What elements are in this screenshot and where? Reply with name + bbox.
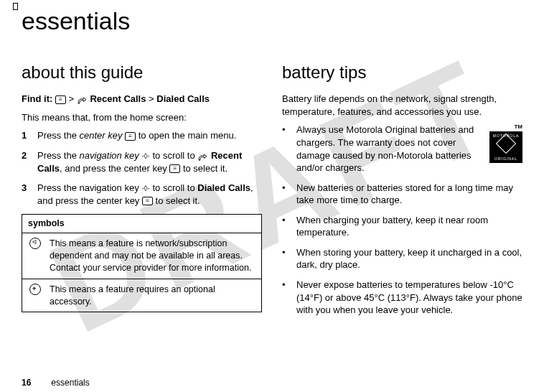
symbol-row-accessory: This means a feature requires an optiona… <box>22 279 261 312</box>
recent-calls-icon <box>197 152 208 160</box>
columns: about this guide Find it: ≡ > Recent Cal… <box>22 61 522 324</box>
nav-key-icon: ·◊· <box>141 183 150 194</box>
bullet-text: When storing your battery, keep it uncha… <box>296 246 522 271</box>
page-footer: 16essentials <box>22 378 90 388</box>
dialed-calls-bold: Dialed Calls <box>197 182 250 193</box>
step-number: 1 <box>22 129 29 142</box>
bullet-item: When charging your battery, keep it near… <box>282 214 522 239</box>
bullet-text: New batteries or batteries stored for a … <box>296 182 522 207</box>
page-number: 16 <box>22 378 31 388</box>
t: , and press the center key <box>60 163 169 174</box>
t: to select it. <box>180 163 228 174</box>
badge-bottom: ORIGINAL <box>490 157 522 162</box>
battery-intro: Battery life depends on the network, sig… <box>282 93 522 118</box>
bullet-text: Always use Motorola Original batteries a… <box>296 124 474 173</box>
t: to open the main menu. <box>136 130 236 141</box>
intro-text: This means that, from the home screen: <box>22 111 262 124</box>
find-it-dialed-calls: Dialed Calls <box>156 93 210 104</box>
section-battery-tips: battery tips <box>282 61 522 84</box>
t: to scroll to <box>150 150 197 161</box>
center-key-icon: ≡ <box>125 132 136 141</box>
symbol-desc: This means a feature is network/subscrip… <box>50 238 255 274</box>
symbol-desc: This means a feature requires an optiona… <box>50 284 255 308</box>
badge-top: MOTOROLA <box>490 134 522 139</box>
optional-accessory-icon <box>28 284 42 308</box>
center-key-icon: ≡ <box>55 95 66 104</box>
page-title: essentials <box>22 7 522 35</box>
motorola-original-badge: TM MOTOROLA ORIGINAL <box>489 123 522 163</box>
footer-section: essentials <box>51 378 89 388</box>
symbols-table: symbols This means a feature is network/… <box>22 214 262 312</box>
symbols-header: symbols <box>22 215 261 233</box>
steps-list: 1 Press the center key ≡ to open the mai… <box>22 129 262 207</box>
battery-bullets: TM MOTOROLA ORIGINAL Always use Motorola… <box>282 123 522 316</box>
find-it-label: Find it: <box>22 93 52 104</box>
find-it-sep: > <box>69 93 75 104</box>
bullet-item: Never expose batteries to temperatures b… <box>282 279 522 317</box>
t: to select it. <box>153 195 200 206</box>
symbol-row-network: This means a feature is network/subscrip… <box>22 233 261 279</box>
t: Press the <box>37 130 80 141</box>
t: Press the navigation key <box>37 182 141 193</box>
bullet-text: When charging your battery, keep it near… <box>296 214 522 239</box>
nav-key-icon: ·◊· <box>141 151 150 162</box>
t: to scroll to <box>150 182 197 193</box>
find-it-recent-calls: Recent Calls <box>90 93 146 104</box>
center-key-icon: ≡ <box>142 197 153 205</box>
step-text: Press the center key ≡ to open the main … <box>37 129 262 142</box>
left-column: about this guide Find it: ≡ > Recent Cal… <box>22 61 262 324</box>
recent-calls-icon <box>77 95 88 103</box>
badge-box: MOTOROLA ORIGINAL <box>489 131 522 163</box>
step-text: Press the navigation key ·◊· to scroll t… <box>37 149 262 174</box>
bullet-item: TM MOTOROLA ORIGINAL Always use Motorola… <box>282 123 522 174</box>
step-2: 2 Press the navigation key ·◊· to scroll… <box>22 149 262 174</box>
step-1: 1 Press the center key ≡ to open the mai… <box>22 129 262 142</box>
network-dependent-icon <box>28 238 42 274</box>
find-it-line: Find it: ≡ > Recent Calls > Dialed Calls <box>22 93 262 106</box>
center-key-em: center key <box>80 130 123 141</box>
tm-label: TM <box>489 123 522 131</box>
center-key-icon: ≡ <box>169 164 180 173</box>
bullet-item: When storing your battery, keep it uncha… <box>282 246 522 271</box>
t: Press the <box>37 150 80 161</box>
step-number: 2 <box>22 149 29 174</box>
page: essentials about this guide Find it: ≡ >… <box>0 0 544 324</box>
right-column: battery tips Battery life depends on the… <box>282 61 522 324</box>
bullet-text-with-badge: TM MOTOROLA ORIGINAL Always use Motorola… <box>296 123 522 174</box>
step-text: Press the navigation key ·◊· to scroll t… <box>37 182 262 207</box>
bullet-text: Never expose batteries to temperatures b… <box>296 279 522 317</box>
step-number: 3 <box>22 182 29 207</box>
nav-key-em: navigation key <box>80 150 139 161</box>
find-it-sep2: > <box>149 93 154 104</box>
bullet-item: New batteries or batteries stored for a … <box>282 182 522 207</box>
step-3: 3 Press the navigation key ·◊· to scroll… <box>22 182 262 207</box>
section-about-this-guide: about this guide <box>22 61 262 84</box>
